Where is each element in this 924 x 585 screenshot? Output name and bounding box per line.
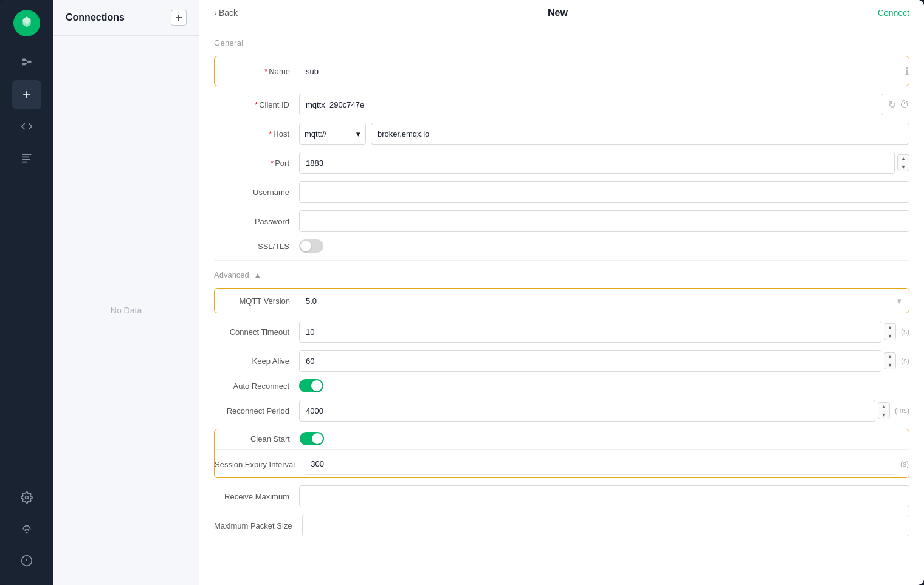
username-group: Username: [214, 181, 909, 203]
mqtt-version-wrapper: MQTT Version 3.1 3.1.1 5.0 ▾: [214, 288, 909, 313]
copy-client-id-button[interactable]: ⏱: [900, 99, 909, 111]
password-label: Password: [214, 217, 299, 226]
reconnect-period-increment-button[interactable]: ▲: [878, 402, 890, 411]
keep-alive-input[interactable]: [299, 350, 881, 372]
host-label: *Host: [214, 129, 299, 139]
add-connection-button[interactable]: [171, 10, 187, 26]
mqtt-version-select[interactable]: 3.1 3.1.1 5.0: [300, 290, 897, 312]
protocol-arrow-icon: ▾: [356, 129, 360, 139]
port-input[interactable]: [299, 152, 895, 174]
host-input-group: mqtt:// ▾: [299, 123, 909, 145]
auto-reconnect-knob: [311, 380, 322, 391]
clean-start-toggle[interactable]: [300, 432, 324, 445]
client-id-input[interactable]: [299, 94, 883, 115]
port-increment-button[interactable]: ▲: [897, 154, 909, 163]
connect-timeout-increment-button[interactable]: ▲: [884, 323, 896, 332]
reconnect-period-label: Reconnect Period: [214, 406, 299, 416]
reconnect-period-decrement-button[interactable]: ▼: [878, 411, 890, 419]
code-icon: [21, 120, 33, 132]
password-input[interactable]: [299, 210, 909, 232]
log-icon: [21, 152, 33, 164]
svg-rect-2: [28, 61, 32, 63]
svg-point-11: [26, 496, 29, 499]
keep-alive-spinner: ▲ ▼: [884, 352, 896, 369]
keep-alive-label: Keep Alive: [214, 357, 299, 366]
session-expiry-group: Session Expiry Interval (s): [215, 453, 909, 475]
connections-header: Connections: [53, 0, 199, 36]
keep-alive-decrement-button[interactable]: ▼: [884, 361, 896, 369]
username-label: Username: [214, 188, 299, 197]
sidebar-item-settings[interactable]: [12, 483, 41, 512]
keep-alive-increment-button[interactable]: ▲: [884, 352, 896, 361]
port-decrement-button[interactable]: ▼: [897, 163, 909, 171]
clean-start-divider: [215, 449, 909, 450]
sidebar-item-connections[interactable]: [12, 49, 41, 78]
auto-reconnect-toggle[interactable]: [299, 379, 323, 392]
max-packet-size-input[interactable]: [302, 515, 909, 536]
port-input-group: ▲ ▼: [299, 152, 909, 174]
client-id-group: *Client ID ↻ ⏱: [214, 94, 909, 115]
sidebar-item-scripts[interactable]: [12, 112, 41, 141]
receive-maximum-label: Receive Maximum: [214, 492, 299, 501]
connect-timeout-group: Connect Timeout ▲ ▼ (s): [214, 321, 909, 343]
advanced-collapse-icon[interactable]: ▲: [254, 271, 261, 279]
main-content: ‹ Back New Connect General *Name ℹ *Clie…: [199, 0, 924, 585]
connect-timeout-input[interactable]: [299, 321, 881, 343]
plus-add-icon: [174, 13, 183, 22]
info-icon: [21, 555, 33, 567]
settings-icon: [21, 491, 33, 504]
mqtt-version-label: MQTT Version: [215, 296, 300, 306]
receive-maximum-input[interactable]: [299, 485, 909, 507]
svg-line-4: [26, 62, 27, 64]
clean-start-group: Clean Start: [215, 432, 909, 445]
port-group: *Port ▲ ▼: [214, 152, 909, 174]
reconnect-period-spinner: ▲ ▼: [878, 402, 890, 419]
mqtt-version-arrow-icon: ▾: [897, 296, 909, 306]
username-input[interactable]: [299, 181, 909, 203]
session-expiry-input[interactable]: [305, 453, 895, 475]
sidebar: [0, 0, 53, 585]
no-data-message: No Data: [53, 36, 199, 585]
back-label: Back: [219, 8, 238, 18]
host-input[interactable]: [371, 123, 909, 145]
clean-start-label: Clean Start: [215, 434, 300, 443]
keep-alive-group: Keep Alive ▲ ▼ (s): [214, 350, 909, 372]
svg-rect-9: [22, 159, 30, 160]
reconnect-period-input[interactable]: [299, 400, 875, 422]
client-id-actions: ↻ ⏱: [888, 99, 909, 111]
connect-button[interactable]: Connect: [878, 8, 909, 18]
protocol-select[interactable]: mqtt:// ▾: [299, 123, 366, 145]
ssl-tls-toggle[interactable]: [299, 239, 323, 253]
mqtt-version-group: MQTT Version 3.1 3.1.1 5.0 ▾: [215, 290, 909, 312]
name-input[interactable]: [300, 60, 900, 82]
form-area: General *Name ℹ *Client ID ↻ ⏱: [199, 26, 924, 585]
connect-timeout-label: Connect Timeout: [214, 327, 299, 337]
svg-rect-10: [22, 162, 27, 163]
reconnect-period-unit: (ms): [895, 406, 909, 415]
ssl-tls-toggle-knob: [300, 241, 311, 251]
connections-panel: Connections No Data: [53, 0, 199, 585]
connect-timeout-decrement-button[interactable]: ▼: [884, 332, 896, 340]
refresh-client-id-button[interactable]: ↻: [888, 99, 896, 111]
logo-icon: [19, 15, 35, 31]
port-spinner: ▲ ▼: [897, 154, 909, 171]
sidebar-item-new[interactable]: [12, 80, 41, 109]
broadcast-icon: [21, 523, 33, 535]
clean-start-toggle-wrap: [300, 432, 324, 445]
sidebar-bottom: [12, 483, 41, 575]
keep-alive-unit: (s): [901, 357, 909, 365]
svg-rect-1: [22, 63, 26, 65]
sidebar-item-log[interactable]: [12, 143, 41, 173]
sidebar-item-about[interactable]: [12, 546, 41, 575]
sidebar-nav: [0, 49, 53, 483]
auto-reconnect-label: Auto Reconnect: [214, 381, 299, 391]
back-button[interactable]: ‹ Back: [214, 8, 238, 18]
sidebar-item-mqtt5[interactable]: [12, 515, 41, 544]
general-section-label: General: [214, 38, 909, 47]
name-info-icon[interactable]: ℹ: [905, 66, 909, 77]
max-packet-size-label: Maximum Packet Size: [214, 521, 302, 530]
name-field-wrapper: *Name ℹ: [214, 56, 909, 86]
app-logo[interactable]: [13, 10, 40, 36]
svg-rect-8: [22, 157, 30, 158]
connect-timeout-unit: (s): [901, 327, 909, 336]
